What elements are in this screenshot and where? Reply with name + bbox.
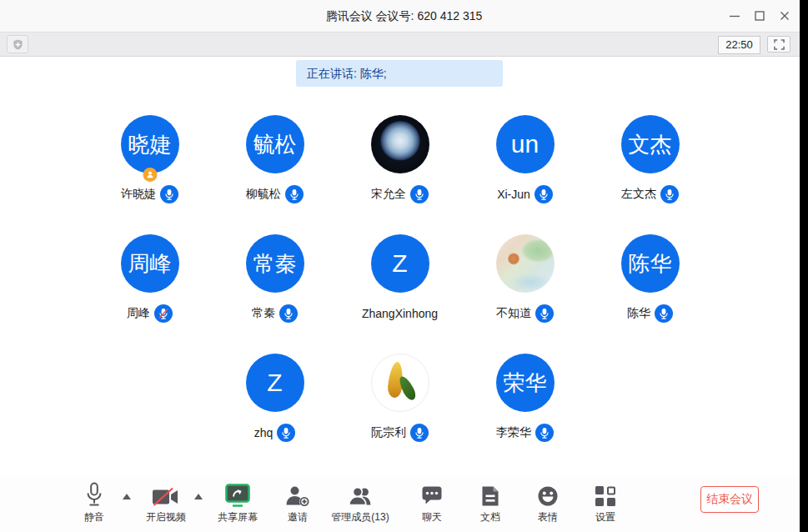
avatar-text: 文杰: [629, 130, 672, 159]
end-meeting-button[interactable]: 结束会议: [700, 486, 759, 513]
avatar: 陈华: [621, 234, 680, 293]
avatar-text: Z: [267, 369, 282, 397]
participant-card[interactable]: 阮宗利: [338, 354, 463, 442]
title-bar: 腾讯会议 会议号: 620 412 315: [0, 0, 808, 32]
participant-card[interactable]: Z ZhangXinhong: [338, 234, 463, 323]
mic-on-icon: [535, 304, 554, 323]
participant-row: 周峰 周峰 常秦 常秦 Z: [0, 234, 800, 323]
start-video-label: 开启视频: [146, 510, 186, 524]
participant-name: 常秦: [252, 306, 275, 321]
start-video-button[interactable]: 开启视频: [146, 480, 186, 524]
members-icon: [347, 480, 374, 507]
manage-members-button[interactable]: 管理成员(13): [331, 480, 389, 524]
emoji-button[interactable]: 表情: [537, 480, 559, 524]
participant-card[interactable]: 毓松 柳毓松: [213, 115, 338, 203]
avatar-photo-leaf: [371, 354, 429, 412]
mic-on-icon: [410, 185, 429, 203]
avatar: Z: [371, 234, 429, 293]
meeting-timer: 22:50: [718, 36, 760, 54]
participant-name: 柳毓松: [246, 187, 281, 202]
document-icon: [481, 480, 499, 507]
mute-label: 静音: [84, 510, 104, 524]
avatar-text: 常秦: [253, 249, 297, 279]
participant-name: Xi-Jun: [497, 188, 530, 201]
invite-button[interactable]: 邀请: [285, 480, 310, 524]
participant-card[interactable]: 文杰 左文杰: [588, 115, 713, 203]
avatar-text: un: [511, 130, 539, 158]
avatar-text: 毓松: [253, 130, 297, 159]
mic-on-icon: [160, 185, 178, 203]
participant-card[interactable]: 陈华 陈华: [588, 234, 713, 323]
participant-name: 李荣华: [496, 425, 531, 440]
active-speaker-text: 正在讲话: 陈华;: [307, 67, 387, 80]
participant-name: 左文杰: [621, 187, 656, 202]
emoji-icon: [537, 480, 559, 507]
mic-on-icon: [279, 304, 298, 323]
avatar: 荣华: [496, 354, 555, 412]
avatar-text: 晓婕: [128, 130, 172, 159]
participant-name: 许晓婕: [121, 187, 156, 202]
maximize-icon[interactable]: [755, 11, 765, 21]
screen-edge-strip: [800, 0, 808, 532]
share-screen-icon: [225, 480, 250, 507]
avatar: 常秦: [246, 234, 304, 293]
emoji-label: 表情: [538, 510, 558, 524]
manage-members-label: 管理成员(13): [331, 510, 389, 524]
window-controls: [730, 0, 790, 32]
fullscreen-icon[interactable]: [767, 36, 790, 53]
mic-on-icon: [277, 424, 295, 442]
tencent-meeting-window: 腾讯会议 会议号: 620 412 315 22:50: [0, 0, 808, 532]
settings-icon: [595, 480, 616, 507]
participant-card[interactable]: Z zhq: [213, 354, 338, 442]
window-title: 腾讯会议 会议号: 620 412 315: [0, 0, 808, 32]
mute-button[interactable]: 静音: [84, 480, 104, 524]
avatar-text: 周峰: [128, 249, 172, 279]
invite-label: 邀请: [288, 510, 308, 524]
video-options-arrow-icon[interactable]: [194, 494, 203, 499]
avatar: 毓松: [246, 115, 304, 173]
mic-on-icon: [655, 304, 673, 323]
docs-label: 文档: [480, 510, 500, 524]
avatar-text: Z: [392, 249, 407, 278]
participant-name: zhq: [254, 426, 274, 439]
microphone-icon: [84, 480, 104, 507]
participant-name: 陈华: [627, 306, 650, 321]
invite-icon: [285, 480, 310, 507]
participant-card[interactable]: 宋允全: [338, 115, 463, 203]
participant-name: ZhangXinhong: [362, 307, 438, 320]
mic-muted-icon: [154, 304, 173, 323]
share-screen-button[interactable]: 共享屏幕: [218, 480, 258, 524]
avatar: Z: [246, 354, 304, 412]
settings-button[interactable]: 设置: [595, 480, 616, 524]
chat-label: 聊天: [422, 510, 442, 524]
meeting-toolbar: 22:50: [0, 32, 808, 57]
participant-card[interactable]: un Xi-Jun: [463, 115, 588, 203]
participant-card[interactable]: 周峰 周峰: [88, 234, 213, 323]
active-speaker-banner: 正在讲话: 陈华;: [296, 60, 503, 87]
participant-row: 晓婕 许晓婕 毓松 柳毓松: [0, 115, 800, 203]
participant-row: Z zhq 阮宗利 荣华: [0, 354, 800, 442]
mic-on-icon: [534, 185, 553, 203]
participant-card[interactable]: 荣华 李荣华: [463, 354, 588, 442]
close-icon[interactable]: [780, 11, 790, 21]
settings-label: 设置: [595, 510, 615, 524]
participant-card[interactable]: 晓婕 许晓婕: [88, 115, 213, 203]
share-screen-label: 共享屏幕: [218, 510, 258, 524]
participant-card[interactable]: 常秦 常秦: [213, 234, 338, 323]
camera-off-icon: [152, 480, 180, 507]
bottom-toolbar: 静音 开启视频 共享屏幕 邀请 管理成员(13): [0, 475, 800, 532]
docs-button[interactable]: 文档: [480, 480, 500, 524]
participant-name: 周峰: [127, 306, 150, 321]
minimize-icon[interactable]: [730, 11, 740, 21]
avatar-photo-earth: [371, 115, 429, 173]
mic-on-icon: [535, 424, 554, 442]
mic-on-icon: [410, 424, 429, 442]
security-shield-icon[interactable]: [7, 35, 28, 53]
participant-card[interactable]: 不知道: [463, 234, 588, 323]
chat-button[interactable]: 聊天: [421, 480, 443, 524]
avatar-text: 陈华: [629, 249, 672, 279]
participant-name: 阮宗利: [371, 425, 406, 440]
mic-on-icon: [285, 185, 304, 203]
mic-options-arrow-icon[interactable]: [123, 494, 131, 499]
participant-grid: 晓婕 许晓婕 毓松 柳毓松: [0, 115, 800, 473]
